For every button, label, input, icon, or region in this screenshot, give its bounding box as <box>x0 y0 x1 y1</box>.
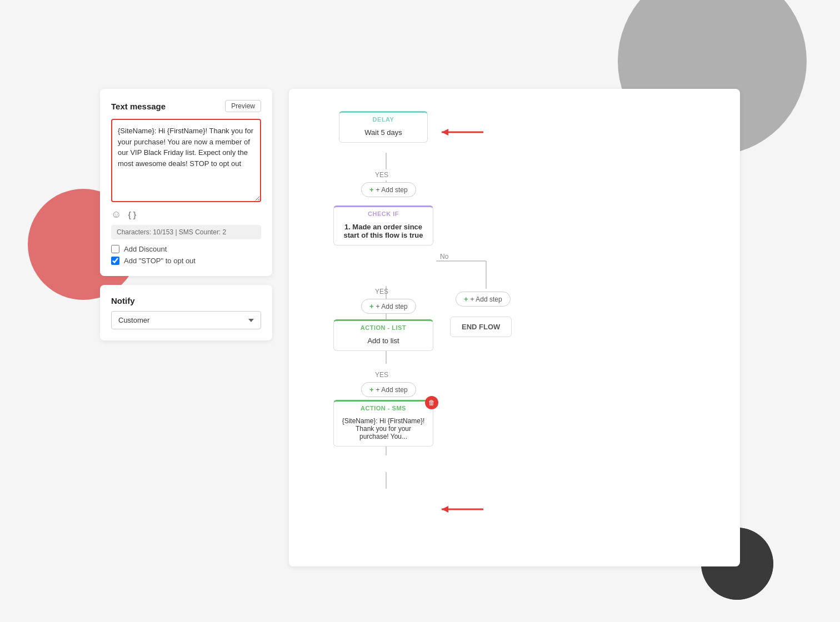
yes-label-2: YES <box>375 288 388 295</box>
preview-button[interactable]: Preview <box>225 100 261 112</box>
plus-icon-1: + <box>369 185 374 194</box>
check-if-node[interactable]: CHECK IF 1. Made an order since start of… <box>333 205 433 245</box>
action-list-node[interactable]: ACTION - LIST Add to list <box>333 319 433 351</box>
no-label: No <box>440 253 448 260</box>
message-textarea[interactable]: {SiteName}: Hi {FirstName}! Thank you fo… <box>111 119 261 202</box>
add-step-label-2: + Add step <box>376 303 408 310</box>
add-step-label-3: + Add step <box>471 295 502 303</box>
text-message-title: Text message <box>111 102 166 111</box>
notify-card: Notify Customer Admin Team <box>100 285 272 340</box>
end-flow-node: END FLOW <box>450 317 512 337</box>
yes-label-3: YES <box>375 371 388 379</box>
plus-icon-4: + <box>369 385 374 394</box>
action-list-label: ACTION - LIST <box>334 321 433 333</box>
svg-marker-15 <box>442 506 448 513</box>
action-sms-content: {SiteName}: Hi {FirstName}! Thank you fo… <box>334 414 433 446</box>
action-sms-node[interactable]: 🗑 ACTION - SMS {SiteName}: Hi {FirstName… <box>333 400 433 447</box>
delay-label: DELAY <box>339 113 427 125</box>
variable-icon[interactable]: { } <box>128 210 136 219</box>
check-if-content: 1. Made an order since start of this flo… <box>334 219 433 245</box>
notify-dropdown[interactable]: Customer Admin Team <box>111 311 261 329</box>
action-sms-label: ACTION - SMS <box>334 402 433 414</box>
delay-node[interactable]: DELAY Wait 5 days <box>339 111 428 143</box>
add-stop-checkbox[interactable] <box>111 257 119 265</box>
plus-icon-3: + <box>464 295 468 303</box>
emoji-icon[interactable]: ☺ <box>111 209 121 220</box>
yes-label-1: YES <box>375 171 388 179</box>
check-if-label: CHECK IF <box>334 207 433 219</box>
add-step-button-1[interactable]: + + Add step <box>361 182 416 197</box>
text-message-card: Text message Preview {SiteName}: Hi {Fir… <box>100 89 272 276</box>
flow-panel: DELAY Wait 5 days YES + + Add step CHECK… <box>289 89 740 566</box>
delay-content: Wait 5 days <box>339 125 427 142</box>
add-step-button-3[interactable]: + + Add step <box>456 292 511 307</box>
delete-button[interactable]: 🗑 <box>425 396 438 409</box>
svg-marker-13 <box>442 129 448 136</box>
add-discount-checkbox[interactable] <box>111 245 119 253</box>
add-step-button-2[interactable]: + + Add step <box>361 299 416 314</box>
add-stop-label: Add "STOP" to opt out <box>124 257 196 265</box>
add-step-label-4: + Add step <box>376 386 408 394</box>
notify-title: Notify <box>111 296 261 305</box>
left-panel: Text message Preview {SiteName}: Hi {Fir… <box>100 89 272 566</box>
add-discount-label: Add Discount <box>124 245 167 253</box>
action-list-content: Add to list <box>334 333 433 350</box>
end-flow-label: END FLOW <box>462 323 500 331</box>
add-step-label-1: + Add step <box>376 186 408 194</box>
char-counter: Characters: 10/153 | SMS Counter: 2 <box>111 225 261 239</box>
plus-icon-2: + <box>369 302 374 310</box>
add-step-button-4[interactable]: + + Add step <box>361 382 416 397</box>
